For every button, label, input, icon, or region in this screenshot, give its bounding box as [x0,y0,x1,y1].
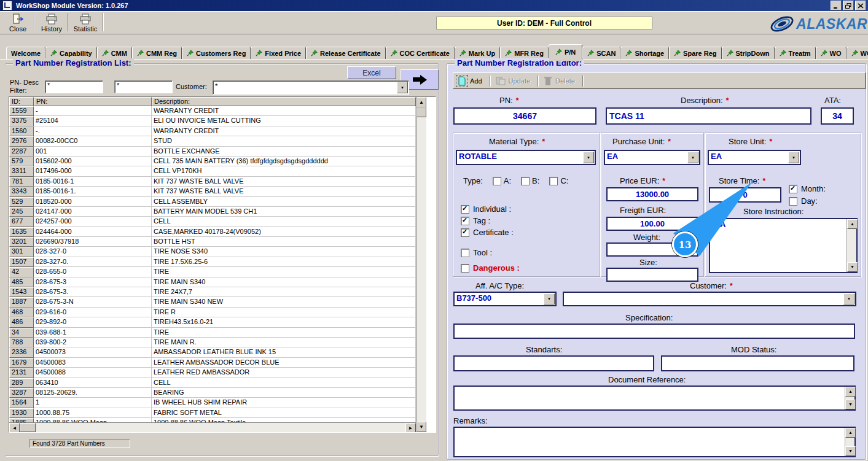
tab-wo-completion[interactable]: WO Completion [846,47,868,60]
table-row[interactable]: 529018520-000CELL ASSEMBLY [9,197,416,207]
size-field[interactable] [606,268,698,282]
column-header-pn[interactable]: PN: [34,97,152,106]
add-button[interactable]: Add [456,76,486,87]
tab-customers-reg[interactable]: Customers Reg [182,47,251,60]
update-button[interactable]: Update [495,76,534,87]
specification-field[interactable] [453,323,855,339]
scroll-down-icon[interactable]: ▼ [845,400,856,409]
excel-button[interactable]: Excel [347,66,396,79]
tab-fixed-price[interactable]: Fixed Price [251,47,306,60]
table-row[interactable]: 19301000.88.75FABRIC SOFT METAL [9,408,416,418]
table-row[interactable]: 301028-327-0TIRE NOSE S340 [9,247,416,257]
statistic-button[interactable]: Statistic [69,12,102,34]
material-type-combo[interactable]: ROTABLE ▼ [456,150,596,165]
dropdown-arrow-icon[interactable]: ▼ [583,152,594,163]
tab-wo[interactable]: WO [816,47,846,60]
type-checkbox[interactable] [493,177,501,185]
scroll-right-icon[interactable]: ► [405,423,416,432]
table-row[interactable]: 18851000.88.86 WOO Mean1000.88.86 WOO Me… [9,418,416,422]
tab-cmm[interactable]: CMM [97,47,132,60]
purchase-unit-combo[interactable]: EA ▼ [604,150,700,165]
ata-field[interactable]: 34 [821,107,854,125]
month-checkbox[interactable] [789,185,797,193]
table-row[interactable]: 1559-WARRANTY CREDIT [9,106,416,116]
scroll-up-icon[interactable]: ▲ [845,387,856,397]
table-row[interactable]: 167904500083LEATHER AMBASSADOR DECOR BLU… [9,358,416,368]
column-header-id[interactable]: ID: [9,97,34,106]
tab-coc-certificate[interactable]: COC Certificate [386,47,455,60]
tab-cmm-reg[interactable]: CMM Reg [132,47,182,60]
flag-checkbox[interactable] [461,228,469,237]
type-checkbox[interactable] [549,177,558,185]
flag-checkbox[interactable] [461,264,469,273]
scroll-down-icon[interactable]: ▼ [847,262,858,272]
scroll-down-icon[interactable]: ▼ [416,422,426,432]
scroll-up-icon[interactable]: ▲ [845,428,856,438]
table-row[interactable]: 468029-616-0TIRE R [9,308,416,317]
table-row[interactable]: 245024147-000BATTERY MAIN MODEL 539 CH1 [9,207,416,217]
scroll-left-icon[interactable]: ◄ [9,423,20,432]
close-button[interactable]: Close [2,12,33,34]
tab-mark-up[interactable]: Mark Up [455,47,500,60]
close-window-button[interactable] [855,1,866,10]
description-field[interactable]: TCAS 11 [606,107,811,125]
pn-filter-input[interactable]: * [45,80,103,93]
day-checkbox[interactable] [789,197,797,206]
price-field[interactable]: 13000.00 [606,187,698,201]
tab-welcome[interactable]: Welcome [6,47,45,60]
weight-field[interactable] [606,242,698,257]
area-scrollbar[interactable]: ▲ ▼ [845,387,854,409]
tab-release-certificate[interactable]: Release Certificate [306,47,385,60]
table-row[interactable]: 15641IB WHEEL HUB SHIM REPAIR [9,398,416,408]
standarts-field[interactable] [453,355,654,371]
vertical-scrollbar[interactable]: ▲ ▼ [416,97,426,432]
table-row[interactable]: 1560-.WARRANTY CREDIT [9,126,416,136]
table-row[interactable]: 788039-800-2TIRE MAIN R. [9,338,416,347]
table-row[interactable]: 7810185-0016-1KIT 737 WASTE BALL VALVE [9,177,416,187]
freight-field[interactable]: 100.00 [606,217,698,231]
customer-filter-combo[interactable]: * ▼ [213,80,409,95]
table-row[interactable]: 485028-675-3TIRE MAIN S340 [9,277,416,287]
pn-field[interactable]: 34667 [453,107,596,125]
table-row[interactable]: 3311017496-000CELL VP170KH [9,166,416,176]
scroll-up-icon[interactable]: ▲ [847,219,858,229]
dropdown-arrow-icon[interactable]: ▼ [788,152,799,163]
dropdown-arrow-icon[interactable]: ▼ [544,293,555,304]
customer-combo[interactable]: ▼ [563,292,856,306]
document-reference-area[interactable]: ▲ ▼ [453,385,856,411]
remarks-area[interactable]: ▲ ▼ [453,427,856,457]
tab-spare-reg[interactable]: Spare Reg [669,47,721,60]
restore-button[interactable] [843,1,854,10]
table-row[interactable]: 42028-655-0TIRE [9,267,416,277]
table-row[interactable]: 213104500088LEATHER RED AMBASSADOR [9,368,416,378]
hscroll-thumb[interactable] [20,423,36,432]
table-row[interactable]: 1543028-675-3.TIRE 24X7,7 [9,287,416,297]
column-header-description[interactable]: Description: [152,97,416,106]
dropdown-arrow-icon[interactable]: ▼ [843,293,854,304]
flag-checkbox[interactable] [461,205,469,214]
table-row[interactable]: 297600082-00CC0STUD [9,136,416,146]
tab-stripdown[interactable]: StripDown [722,47,775,60]
table-row[interactable]: 486029-892-0TIREH43.5x16.0-21 [9,317,416,327]
tab-capability[interactable]: Capability [45,47,97,60]
dropdown-arrow-icon[interactable]: ▼ [687,152,698,163]
tab-mfr-reg[interactable]: MFR Reg [500,47,549,60]
tab-scan[interactable]: SCAN [582,47,620,60]
delete-button[interactable]: Delete [542,76,579,87]
flag-checkbox[interactable] [461,217,469,225]
minimize-button[interactable] [831,1,842,10]
table-row[interactable]: 677024257-000CELL [9,217,416,227]
history-button[interactable]: History [36,12,68,34]
tab-treatm[interactable]: Treatm [775,47,816,60]
scroll-up-icon[interactable]: ▲ [416,97,426,107]
table-row[interactable]: 33430185-0016-1.KIT 737 WASTE BALL VALVE [9,187,416,196]
store-time-field[interactable]: 0 [709,187,781,203]
table-row[interactable]: 34039-688-1TIRE [9,328,416,338]
horizontal-scrollbar[interactable]: ◄ ► [9,422,416,432]
area-scrollbar[interactable]: ▲ ▼ [845,428,854,456]
table-row[interactable]: 1887028-675-3-NTIRE MAIN S340 NEW [9,297,416,307]
table-row[interactable]: 233604500073AMBASSADOR LEATHER BLUE INK … [9,347,416,357]
store-unit-combo[interactable]: EA ▼ [708,150,801,165]
table-row[interactable]: 328708125-20629.BEARING [9,388,416,398]
mod-status-field[interactable] [661,355,854,371]
